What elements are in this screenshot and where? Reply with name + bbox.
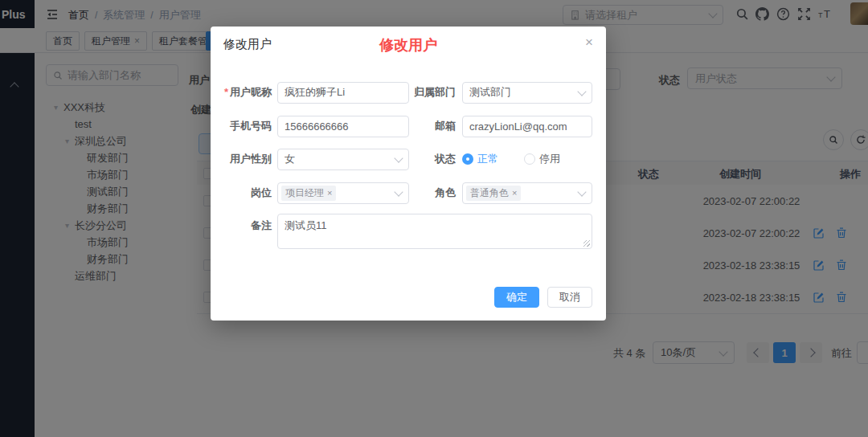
phone-input[interactable]	[285, 120, 402, 133]
role-label: 角色	[409, 186, 456, 200]
post-tag: 项目经理 ×	[281, 186, 336, 201]
email-input[interactable]	[469, 120, 585, 133]
email-field[interactable]	[462, 116, 592, 137]
required-asterisk: *	[224, 86, 228, 98]
tag-label: 项目经理	[285, 186, 324, 200]
nickname-label: *用户昵称	[223, 85, 272, 100]
status-radio-disabled[interactable]: 停用	[524, 152, 560, 166]
form-row: *用户昵称 归属部门 测试部门	[223, 81, 592, 104]
post-select[interactable]: 项目经理 ×	[277, 182, 409, 204]
radio-label: 正常	[477, 152, 498, 166]
dept-label: 归属部门	[409, 85, 456, 100]
form-row: 岗位 项目经理 × 角色 普通角色 ×	[223, 182, 592, 204]
role-select[interactable]: 普通角色 ×	[462, 182, 592, 204]
chevron-down-icon	[577, 87, 586, 96]
radio-label: 停用	[539, 152, 560, 166]
radio-selected-icon	[462, 153, 473, 165]
remark-field[interactable]: 测试员11	[277, 214, 592, 249]
gender-label: 用户性别	[223, 152, 272, 166]
dialog-watermark-title: 修改用户	[211, 35, 606, 55]
status-radio-normal[interactable]: 正常	[462, 152, 498, 166]
status-label: 状态	[409, 152, 456, 166]
dialog-footer: 确定 取消	[494, 287, 592, 308]
remark-textarea[interactable]: 测试员11	[285, 218, 585, 244]
form-row: 用户性别 女 状态 正常 停用	[223, 148, 592, 170]
form-row: 备注 测试员11	[223, 214, 592, 249]
email-label: 邮箱	[409, 119, 456, 133]
gender-select[interactable]: 女	[277, 149, 409, 170]
chevron-down-icon	[577, 187, 586, 196]
gender-select-value: 女	[285, 152, 295, 166]
edit-user-dialog: 修改用户 修改用户 × *用户昵称 归属部门 测试部门 手机号码 邮箱	[211, 27, 606, 321]
radio-unselected-icon	[524, 153, 535, 165]
nickname-input[interactable]	[285, 87, 402, 99]
dept-select-value: 测试部门	[469, 85, 511, 100]
phone-label: 手机号码	[223, 119, 272, 133]
form-row: 手机号码 邮箱	[223, 115, 592, 137]
nickname-field[interactable]	[277, 82, 409, 104]
post-label: 岗位	[223, 186, 272, 200]
dept-select[interactable]: 测试部门	[462, 82, 592, 104]
cancel-button[interactable]: 取消	[547, 287, 592, 308]
tag-label: 普通角色	[470, 186, 509, 200]
close-icon[interactable]: ×	[585, 35, 593, 49]
chevron-down-icon	[394, 187, 403, 196]
app-window: Plus 首页 / 系统管理 / 用户管理 请选择租户	[0, 0, 868, 437]
chevron-down-icon	[394, 153, 403, 162]
tag-close-icon[interactable]: ×	[327, 188, 332, 198]
remark-label: 备注	[223, 218, 272, 233]
role-tag: 普通角色 ×	[466, 186, 521, 201]
confirm-button[interactable]: 确定	[494, 287, 539, 308]
phone-field[interactable]	[277, 116, 409, 137]
tag-close-icon[interactable]: ×	[512, 188, 517, 198]
